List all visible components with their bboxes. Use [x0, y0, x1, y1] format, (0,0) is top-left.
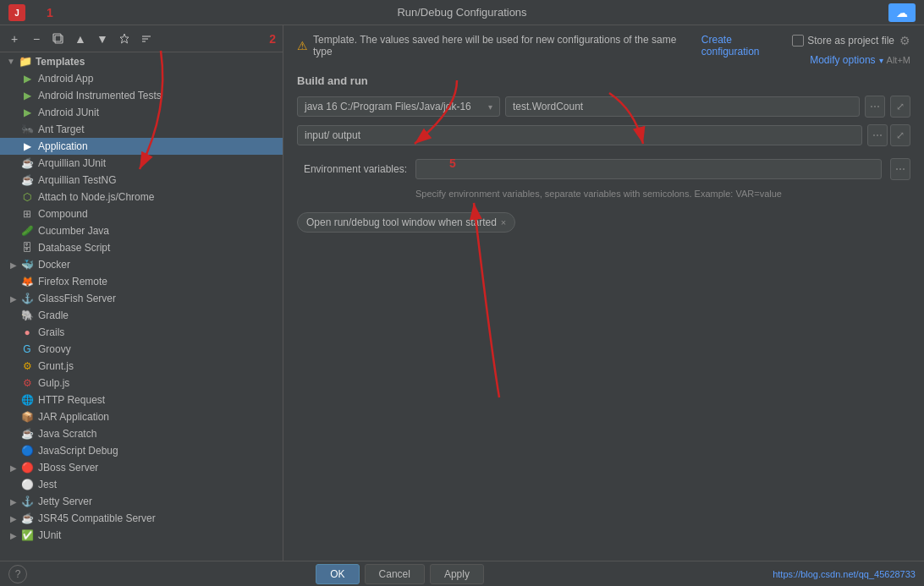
attach-nodejs-label: Attach to Node.js/Chrome [38, 191, 154, 203]
firefox-remote-label: Firefox Remote [38, 276, 107, 288]
args-expand-btn[interactable]: ⤢ [890, 124, 910, 146]
tree-item-jar[interactable]: 📦 JAR Application [0, 408, 283, 425]
jdk-selector[interactable]: java 16 C:/Program Files/Java/jdk-16 ▾ [297, 96, 500, 117]
store-project-file-check[interactable] [792, 35, 804, 47]
build-run-section-title: Build and run [297, 74, 910, 87]
warning-icon: ⚠ [297, 39, 308, 52]
move-up-button[interactable]: ▲ [71, 30, 90, 48]
tree-item-attach-nodejs[interactable]: ⬡ Attach to Node.js/Chrome [0, 189, 283, 205]
top-bar: ⚠ Template. The values saved here will b… [297, 34, 910, 66]
cancel-button[interactable]: Cancel [365, 564, 425, 584]
tree-item-grunt[interactable]: ⚙ Grunt.js [0, 358, 283, 375]
docker-chevron: ▶ [10, 260, 17, 270]
tree-item-android-junit[interactable]: ▶ Android JUnit [0, 104, 283, 121]
ok-button[interactable]: OK [316, 564, 359, 584]
bottom-bar: ? OK Cancel Apply https://blog.csdn.net/… [0, 561, 924, 586]
tag-container: Open run/debug tool window when started … [297, 212, 910, 233]
modify-options-chevron: ▾ [879, 56, 883, 65]
tree-item-gradle[interactable]: 🐘 Gradle [0, 307, 283, 324]
open-tool-window-tag[interactable]: Open run/debug tool window when started … [297, 212, 515, 233]
tree-item-glassfish[interactable]: ▶ ⚓ GlassFish Server [0, 290, 283, 307]
env-browse-btn[interactable]: ⋯ [890, 158, 910, 180]
tree-item-jest[interactable]: ⚪ Jest [0, 476, 283, 493]
jsr45-icon: ☕ [20, 512, 34, 524]
jetty-label: Jetty Server [38, 496, 92, 507]
android-junit-icon: ▶ [20, 107, 34, 118]
label-number-1: 1 [47, 6, 53, 19]
tree-container[interactable]: ▼ 📁 Templates ▶ Android App ▶ Android In… [0, 52, 283, 561]
arquillian-testng-icon: ☕ [20, 174, 34, 186]
grunt-icon: ⚙ [20, 360, 34, 372]
sort-button[interactable] [137, 30, 156, 48]
tag-close-btn[interactable]: × [501, 217, 506, 227]
compound-label: Compound [38, 208, 88, 220]
tree-item-js-debug[interactable]: 🔵 JavaScript Debug [0, 442, 283, 459]
env-hint: Specify environment variables, separate … [297, 189, 910, 199]
tree-item-jboss[interactable]: ▶ 🔴 JBoss Server [0, 459, 283, 476]
tree-item-cucumber-java[interactable]: 🥒 Cucumber Java [0, 222, 283, 239]
cloud-button[interactable]: ☁ [888, 3, 916, 22]
tree-item-compound[interactable]: ⊞ Compound [0, 205, 283, 222]
help-button[interactable]: ? [8, 565, 27, 583]
gulp-icon: ⚙ [20, 377, 34, 389]
glassfish-icon: ⚓ [20, 293, 34, 304]
store-project-file-checkbox[interactable]: Store as project file [792, 35, 894, 47]
tree-item-arquillian-testng[interactable]: ☕ Arquillian TestNG [0, 172, 283, 189]
main-content: + − ▲ ▼ 2 ▼ 📁 Templates ▶ [0, 25, 924, 561]
cucumber-java-icon: 🥒 [20, 225, 34, 237]
jsr45-chevron: ▶ [10, 514, 17, 523]
args-input[interactable] [297, 125, 862, 145]
right-panel: ⚠ Template. The values saved here will b… [283, 25, 924, 561]
env-label: Environment variables: [297, 163, 407, 175]
tree-item-java-scratch[interactable]: ☕ Java Scratch [0, 425, 283, 442]
tree-item-jsr45[interactable]: ▶ ☕ JSR45 Compatible Server [0, 510, 283, 527]
arquillian-testng-label: Arquillian TestNG [38, 174, 116, 186]
main-class-expand-btn[interactable]: ⤢ [890, 96, 910, 118]
tree-item-grails[interactable]: ● Grails [0, 324, 283, 341]
cucumber-java-label: Cucumber Java [38, 225, 109, 237]
tree-section-templates[interactable]: ▼ 📁 Templates [0, 52, 283, 70]
apply-button[interactable]: Apply [430, 564, 484, 584]
tree-item-firefox-remote[interactable]: 🦊 Firefox Remote [0, 273, 283, 290]
tree-item-jetty[interactable]: ▶ ⚓ Jetty Server [0, 493, 283, 510]
move-down-button[interactable]: ▼ [93, 30, 112, 48]
http-label: HTTP Request [38, 394, 105, 406]
tree-item-docker[interactable]: ▶ 🐳 Docker [0, 256, 283, 273]
java-scratch-label: Java Scratch [38, 428, 96, 440]
jdk-selector-text: java 16 C:/Program Files/Java/jdk-16 [305, 101, 485, 112]
tree-item-junit[interactable]: ▶ ✅ JUnit [0, 527, 283, 544]
svg-rect-3 [53, 34, 61, 41]
modify-options-row[interactable]: Modify options ▾ Alt+M [810, 54, 910, 66]
add-button[interactable]: + [5, 30, 24, 48]
bottom-buttons: OK Cancel Apply [316, 564, 484, 584]
java-scratch-icon: ☕ [20, 428, 34, 440]
glassfish-label: GlassFish Server [38, 293, 116, 304]
main-class-browse-btn[interactable]: ⋯ [865, 96, 885, 118]
android-junit-label: Android JUnit [38, 107, 99, 118]
tree-item-groovy[interactable]: G Groovy [0, 341, 283, 358]
android-app-label: Android App [38, 73, 93, 85]
ant-target-label: Ant Target [38, 123, 84, 135]
tree-item-http[interactable]: 🌐 HTTP Request [0, 392, 283, 408]
tree-item-application[interactable]: ▶ Application [0, 138, 283, 155]
tree-item-android-instrumented[interactable]: ▶ Android Instrumented Tests [0, 87, 283, 104]
tree-item-database-script[interactable]: 🗄 Database Script [0, 239, 283, 256]
tree-item-android-app[interactable]: ▶ Android App [0, 70, 283, 87]
args-browse-btn[interactable]: ⋯ [867, 124, 888, 146]
tree-item-ant-target[interactable]: 🐜 Ant Target [0, 121, 283, 138]
application-icon: ▶ [20, 140, 34, 152]
warning-area: ⚠ Template. The values saved here will b… [297, 34, 792, 58]
gear-icon[interactable]: ⚙ [899, 34, 910, 47]
main-class-input[interactable] [505, 96, 860, 117]
tree-item-gulp[interactable]: ⚙ Gulp.js [0, 375, 283, 392]
tree-item-arquillian-junit[interactable]: ☕ Arquillian JUnit [0, 155, 283, 172]
pin-button[interactable] [115, 30, 134, 48]
database-script-icon: 🗄 [20, 242, 34, 254]
remove-button[interactable]: − [27, 30, 46, 48]
arquillian-junit-label: Arquillian JUnit [38, 157, 106, 169]
env-input[interactable] [415, 159, 882, 179]
create-configuration-link[interactable]: Create configuration [701, 34, 792, 58]
copy-button[interactable] [49, 30, 68, 48]
app-logo: J [8, 4, 25, 21]
warning-text: Template. The values saved here will be … [313, 34, 696, 58]
